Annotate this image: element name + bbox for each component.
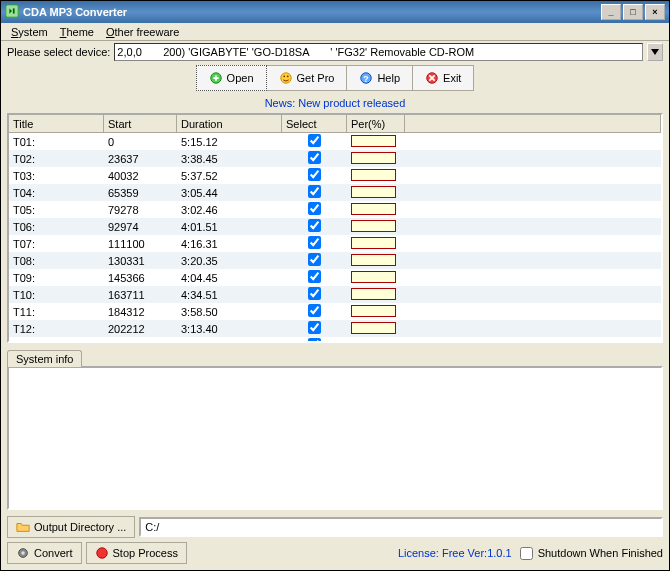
cell-start: 92974 (104, 221, 177, 233)
track-checkbox[interactable] (308, 321, 321, 334)
cell-per (347, 186, 405, 200)
help-button[interactable]: ? Help (347, 65, 413, 91)
device-dropdown-button[interactable] (647, 43, 663, 61)
cell-duration: 4:01.51 (177, 221, 282, 233)
table-row[interactable]: T05:792783:02.46 (9, 201, 661, 218)
titlebar: CDA MP3 Converter _ □ × (1, 1, 669, 23)
track-checkbox[interactable] (308, 236, 321, 249)
track-checkbox[interactable] (308, 168, 321, 181)
table-row[interactable]: T12:2022123:13.40 (9, 320, 661, 337)
cell-per (347, 203, 405, 217)
app-icon (5, 4, 19, 20)
cell-start: 130331 (104, 255, 177, 267)
cell-start: 202212 (104, 323, 177, 335)
menu-theme[interactable]: Theme (54, 24, 100, 40)
cell-select (282, 304, 347, 319)
output-directory-button[interactable]: Output Directory ... (7, 516, 135, 538)
table-row[interactable]: T01:05:15.12 (9, 133, 661, 150)
cell-select (282, 219, 347, 234)
cell-select (282, 253, 347, 268)
track-checkbox[interactable] (308, 134, 321, 147)
progress-bar (351, 220, 396, 232)
progress-bar (351, 203, 396, 215)
table-row[interactable]: T08:1303313:20.35 (9, 252, 661, 269)
maximize-button[interactable]: □ (623, 4, 643, 20)
col-rest (405, 115, 661, 133)
progress-bar (351, 152, 396, 164)
table-row[interactable] (9, 337, 661, 341)
table-row[interactable]: T09:1453664:04.45 (9, 269, 661, 286)
col-start[interactable]: Start (104, 115, 177, 133)
svg-rect-1 (13, 8, 15, 13)
device-row: Please select device: (1, 41, 669, 63)
cell-start: 145366 (104, 272, 177, 284)
progress-bar (351, 305, 396, 317)
cell-title: T07: (9, 238, 104, 250)
help-icon: ? (359, 71, 373, 85)
track-checkbox[interactable] (308, 338, 321, 341)
progress-bar (351, 169, 396, 181)
progress-bar (351, 322, 396, 334)
col-title[interactable]: Title (9, 115, 104, 133)
cell-title: T09: (9, 272, 104, 284)
cell-start: 79278 (104, 204, 177, 216)
track-checkbox[interactable] (308, 304, 321, 317)
menu-other[interactable]: Other freeware (100, 24, 185, 40)
cell-per (347, 254, 405, 268)
track-checkbox[interactable] (308, 270, 321, 283)
table-row[interactable]: T02:236373:38.45 (9, 150, 661, 167)
cell-select (282, 321, 347, 336)
news-row: News: New product released (1, 95, 669, 113)
track-checkbox[interactable] (308, 287, 321, 300)
close-button[interactable]: × (645, 4, 665, 20)
shutdown-checkbox[interactable] (520, 547, 533, 560)
output-path[interactable]: C:/ (139, 517, 663, 537)
cell-start: 111100 (104, 238, 177, 250)
cell-start: 23637 (104, 153, 177, 165)
convert-button[interactable]: Convert (7, 542, 82, 564)
track-checkbox[interactable] (308, 219, 321, 232)
shutdown-checkbox-label[interactable]: Shutdown When Finished (516, 544, 663, 563)
stop-button[interactable]: Stop Process (86, 542, 187, 564)
table-row[interactable]: T10:1637114:34.51 (9, 286, 661, 303)
table-row[interactable]: T07:1111004:16.31 (9, 235, 661, 252)
exit-button[interactable]: Exit (413, 65, 474, 91)
getpro-button[interactable]: Get Pro (267, 65, 348, 91)
cell-title: T05: (9, 204, 104, 216)
col-duration[interactable]: Duration (177, 115, 282, 133)
track-table: Title Start Duration Select Per(%) T01:0… (7, 113, 663, 343)
cell-duration: 3:02.46 (177, 204, 282, 216)
system-info-tab[interactable]: System info (7, 350, 82, 367)
menubar: System Theme Other freeware (1, 23, 669, 41)
table-row[interactable]: T04:653593:05.44 (9, 184, 661, 201)
cell-select (282, 202, 347, 217)
table-row[interactable]: T03:400325:37.52 (9, 167, 661, 184)
minimize-button[interactable]: _ (601, 4, 621, 20)
cell-duration: 5:37.52 (177, 170, 282, 182)
cell-duration: 3:13.40 (177, 323, 282, 335)
cell-title: T11: (9, 306, 104, 318)
cell-title: T02: (9, 153, 104, 165)
progress-bar (351, 135, 396, 147)
col-per[interactable]: Per(%) (347, 115, 405, 133)
menu-system[interactable]: System (5, 24, 54, 40)
track-tbody[interactable]: T01:05:15.12T02:236373:38.45T03:400325:3… (9, 133, 661, 341)
open-button[interactable]: Open (196, 65, 267, 91)
cell-per (347, 288, 405, 302)
cell-title: T06: (9, 221, 104, 233)
track-checkbox[interactable] (308, 185, 321, 198)
license-text[interactable]: License: Free Ver:1.0.1 (398, 547, 512, 559)
track-checkbox[interactable] (308, 151, 321, 164)
cell-title: T08: (9, 255, 104, 267)
cell-duration: 3:38.45 (177, 153, 282, 165)
table-row[interactable]: T06:929744:01.51 (9, 218, 661, 235)
table-row[interactable]: T11:1843123:58.50 (9, 303, 661, 320)
device-combo[interactable] (114, 43, 643, 61)
news-link[interactable]: New product released (298, 97, 405, 109)
cell-duration: 5:15.12 (177, 136, 282, 148)
track-checkbox[interactable] (308, 202, 321, 215)
track-checkbox[interactable] (308, 253, 321, 266)
device-label: Please select device: (7, 46, 110, 58)
progress-bar (351, 254, 396, 266)
col-select[interactable]: Select (282, 115, 347, 133)
